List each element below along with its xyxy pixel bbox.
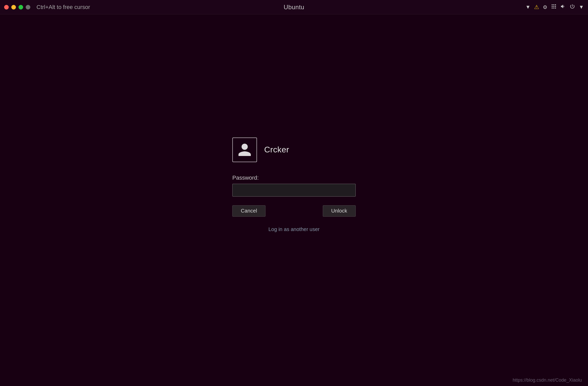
window-controls [4,5,30,10]
svg-rect-6 [552,8,553,9]
close-button[interactable] [4,5,9,10]
svg-rect-7 [553,8,554,9]
login-box: Crcker Password: Cancel Unlock Log in as… [232,137,356,232]
svg-rect-2 [555,4,556,5]
button-row: Cancel Unlock [232,205,356,217]
user-row: Crcker [232,137,289,162]
svg-rect-1 [553,4,554,5]
topbar-title: Ubuntu [284,4,304,11]
warning-icon[interactable]: ⚠ [534,4,539,11]
topbar-hint: Ctrl+Alt to free cursor [36,4,90,11]
user-avatar [232,137,257,162]
user-avatar-icon [237,142,252,158]
gear-icon[interactable]: ⚙ [543,4,547,10]
dropdown-icon[interactable]: ▼ [525,4,530,10]
fullscreen-button[interactable] [26,5,30,10]
svg-rect-4 [553,6,554,7]
topbar-dropdown-icon[interactable]: ▼ [579,4,584,10]
password-label: Password: [232,174,356,181]
svg-rect-3 [552,6,553,7]
main-area: Crcker Password: Cancel Unlock Log in as… [0,14,588,386]
username-label: Crcker [264,145,289,154]
password-section: Password: Cancel Unlock Log in as anothe… [232,174,356,232]
topbar-right: ▼ ⚠ ⚙ ▼ [525,4,584,11]
unlock-button[interactable]: Unlock [323,205,356,217]
svg-rect-5 [555,6,556,7]
svg-rect-8 [555,8,556,9]
minimize-button[interactable] [11,5,16,10]
network-icon[interactable] [551,4,557,11]
svg-rect-0 [552,4,553,5]
bottom-url: https://blog.csdn.net/Code_Xiaolu [513,378,582,383]
cancel-button[interactable]: Cancel [232,205,265,217]
maximize-button[interactable] [19,5,23,10]
password-input[interactable] [232,184,356,197]
topbar: Ctrl+Alt to free cursor Ubuntu ▼ ⚠ ⚙ [0,0,588,14]
another-user-button[interactable]: Log in as another user [232,226,356,232]
sound-icon[interactable] [560,4,566,11]
power-icon[interactable] [569,4,575,11]
